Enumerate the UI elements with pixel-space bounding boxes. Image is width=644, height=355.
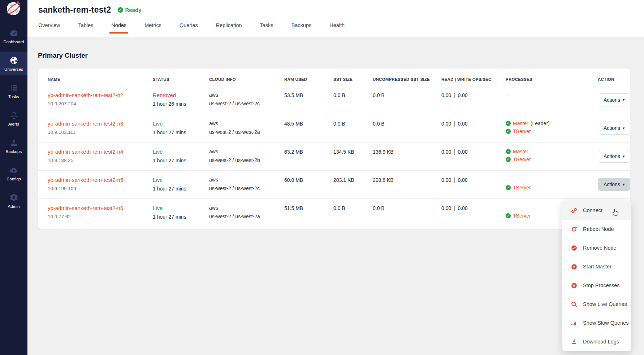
action-cell: Actions <box>598 142 630 170</box>
read-ops-value: 0.00 <box>441 149 451 155</box>
node-name-link[interactable]: yb-admin-sanketh-rem-test2-n5 <box>48 177 123 183</box>
node-name-link[interactable]: yb-admin-sanketh-rem-test2-n6 <box>48 205 123 211</box>
action-cell: Actions <box>598 114 630 142</box>
caret-down-icon <box>623 182 625 187</box>
menu-item-show-live-queries[interactable]: Show Live Queries <box>562 295 631 314</box>
node-name-cell: yb-admin-sanketh-rem-test2-n210.9.207.20… <box>38 86 153 114</box>
tab-replication[interactable]: Replication <box>216 22 242 34</box>
menu-item-label: Remove Node <box>583 245 617 251</box>
ram-used-cell: 60.0 MB <box>284 170 333 198</box>
check-circle-icon <box>506 129 511 134</box>
uncompressed-sst-cell: 0.0 B <box>373 114 441 142</box>
node-status-cell: Live1 hour 27 mins <box>153 114 209 142</box>
uncompressed-sst-value: 0.0 B <box>373 205 385 211</box>
menu-item-reboot-node[interactable]: Reboot Node <box>562 220 631 238</box>
process-name: TServer <box>513 185 531 190</box>
menu-item-start-master[interactable]: Start Master <box>562 257 631 276</box>
node-name-cell: yb-admin-sanketh-rem-test2-n310.9.103.11… <box>38 114 153 142</box>
menu-item-label: Download Logs <box>583 339 619 345</box>
ram-used-value: 51.5 MB <box>284 205 303 211</box>
read-write-ops-cell: 0.000.00 <box>441 170 506 198</box>
column-header-processes: PROCESSES <box>506 69 598 86</box>
tab-metrics[interactable]: Metrics <box>144 22 161 34</box>
ram-used-value: 53.5 MB <box>284 92 303 98</box>
bar-chart-icon <box>570 319 578 326</box>
tab-overview[interactable]: Overview <box>38 22 60 34</box>
node-name-link[interactable]: yb-admin-sanketh-rem-test2-n3 <box>48 120 123 127</box>
actions-button[interactable]: Actions <box>598 150 630 163</box>
configs-cloud-icon <box>9 166 18 175</box>
sst-size-value: 0.0 B <box>333 121 345 127</box>
universe-status-label: Ready <box>125 7 142 13</box>
node-ip: 10.9.207.204 <box>48 101 153 106</box>
uncompressed-sst-cell: 0.0 B <box>373 86 441 114</box>
ram-used-cell: 53.5 MB <box>284 86 333 114</box>
write-ops-value: 0.00 <box>458 149 467 155</box>
uncompressed-sst-cell: 208.8 KB <box>373 170 441 198</box>
node-name-link[interactable]: yb-admin-sanketh-rem-test2-n4 <box>48 149 123 155</box>
content-area: Primary Cluster NAMESTATUSCLOUD INFORAM … <box>27 37 644 355</box>
sidebar-item-alerts[interactable]: Alerts <box>0 106 27 130</box>
sst-size-value: 0.0 B <box>333 205 345 211</box>
sidebar-item-tasks[interactable]: Tasks <box>0 79 27 103</box>
sidebar-item-admin[interactable]: Admin <box>0 189 27 212</box>
ram-used-value: 60.0 MB <box>284 177 303 183</box>
actions-button[interactable]: Actions <box>598 93 630 106</box>
tab-health[interactable]: Health <box>329 22 345 34</box>
sst-size-cell: 0.0 B <box>333 86 373 114</box>
tab-queries[interactable]: Queries <box>180 22 198 34</box>
tab-tasks[interactable]: Tasks <box>260 22 273 34</box>
node-row: yb-admin-sanketh-rem-test2-n210.9.207.20… <box>38 86 630 114</box>
sidebar: DashboardUniversesTasksAlertsBackupsConf… <box>0 0 27 355</box>
sidebar-item-label: Tasks <box>8 95 19 99</box>
node-uptime: 1 hour 27 mins <box>153 130 209 135</box>
write-ops-value: 0.00 <box>458 121 467 127</box>
sidebar-item-backups[interactable]: Backups <box>0 134 27 158</box>
menu-item-label: Show Live Queries <box>583 301 627 307</box>
alerts-bell-icon <box>9 111 18 120</box>
write-ops-value: 0.00 <box>458 205 467 211</box>
sidebar-item-configs[interactable]: Configs <box>0 161 27 185</box>
node-uptime: 1 hour 26 mins <box>153 101 209 107</box>
actions-button[interactable]: Actions <box>598 122 630 135</box>
menu-item-connect[interactable]: Connect <box>562 201 631 220</box>
node-status: Live <box>153 120 209 127</box>
sidebar-item-universes[interactable]: Universes <box>0 52 27 75</box>
process-line: TServer <box>506 185 598 190</box>
menu-item-show-slow-queries[interactable]: Show Slow Queries <box>562 314 631 332</box>
menu-item-label: Stop Processes <box>583 282 620 288</box>
check-circle-icon <box>506 149 511 154</box>
table-header-row: NAMESTATUSCLOUD INFORAM USEDSST SIZEUNCO… <box>38 69 630 86</box>
tab-tables[interactable]: Tables <box>78 22 93 34</box>
sidebar-item-dashboard[interactable]: Dashboard <box>0 24 27 48</box>
tab-backups[interactable]: Backups <box>291 22 312 34</box>
section-title: Primary Cluster <box>38 37 644 60</box>
cloud-info-cell: awsus-west-2 / us-west-2c <box>209 86 284 114</box>
sst-size-cell: 0.0 B <box>333 198 373 227</box>
node-name-link[interactable]: yb-admin-sanketh-rem-test2-n2 <box>48 92 123 98</box>
read-write-ops-cell: 0.000.00 <box>441 86 506 114</box>
cloud-provider: aws <box>209 205 284 211</box>
yugabyte-logo-icon[interactable] <box>6 0 22 16</box>
sidebar-item-label: Backups <box>6 149 22 154</box>
menu-item-download-logs[interactable]: Download Logs <box>562 332 631 351</box>
ram-used-value: 63.2 MB <box>284 149 303 155</box>
caret-down-icon <box>623 97 625 102</box>
write-ops-value: 0.00 <box>458 177 467 183</box>
node-name-cell: yb-admin-sanketh-rem-test2-n410.9.138.25 <box>38 142 153 170</box>
node-ip: 10.9.77.62 <box>48 214 153 219</box>
read-write-ops-cell: 0.000.00 <box>441 114 506 142</box>
sidebar-item-label: Alerts <box>8 122 19 126</box>
ram-used-cell: 48.5 MB <box>284 114 333 142</box>
uncompressed-sst-value: 136.9 KB <box>373 149 394 155</box>
column-header-action: ACTION <box>598 69 630 86</box>
processes-cell: Master (Leader)TServer <box>506 114 598 142</box>
tab-nodes[interactable]: Nodes <box>111 22 126 34</box>
actions-button[interactable]: Actions <box>598 178 630 191</box>
node-status-cell: Live1 hour 27 mins <box>153 170 209 198</box>
menu-item-remove-node[interactable]: Remove Node <box>562 238 631 257</box>
cloud-info-cell: awsus-west-2 / us-west-2b <box>209 142 284 170</box>
processes-cell: MasterTServer <box>506 142 598 170</box>
menu-item-stop-processes[interactable]: Stop Processes <box>562 276 631 295</box>
process-name: Master <box>513 120 528 126</box>
